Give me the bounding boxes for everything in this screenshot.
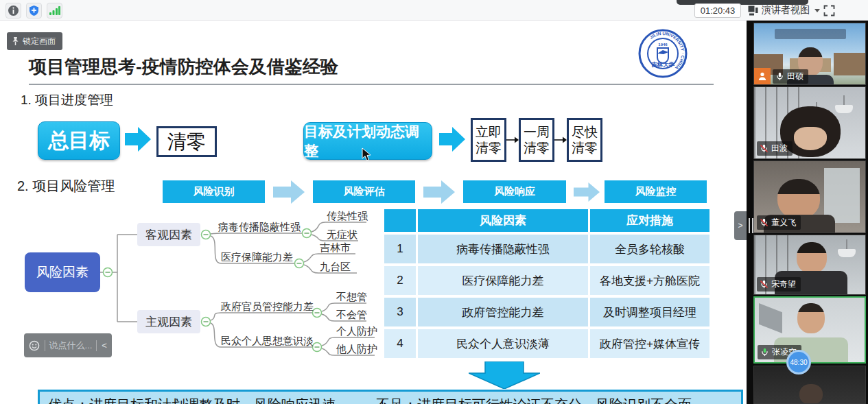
chevron-down-icon <box>814 9 820 12</box>
table-row: 1 病毒传播隐蔽性强 全员多轮核酸 <box>384 235 709 263</box>
video-tile-tianbo[interactable]: 田波 <box>753 86 866 159</box>
table-cell: 政府管控能力差 <box>418 298 588 326</box>
process-box: 风险识别 <box>163 180 265 203</box>
quick-chat-bar: 说点什么... < <box>24 333 112 357</box>
participant-name: 田硕 <box>787 71 804 82</box>
mic-active-icon <box>760 348 769 357</box>
mindmap-leaf: 不会管 <box>336 309 367 322</box>
security-button[interactable] <box>26 3 42 19</box>
participant-name-chip: 董义飞 <box>757 215 801 230</box>
video-tile-tianshuo[interactable]: 田硕 <box>753 23 866 85</box>
shield-plus-icon <box>28 5 40 16</box>
view-mode-selector[interactable]: 演讲者视图 <box>748 2 820 19</box>
fullscreen-icon <box>823 5 835 16</box>
table-cell: 2 <box>384 266 416 295</box>
table-cell: 1 <box>384 235 416 263</box>
emoji-button[interactable] <box>24 340 45 351</box>
mindmap-leaf: 传染性强 <box>327 210 368 223</box>
sidebar-drag-grip[interactable] <box>749 218 753 233</box>
mindmap-branch: 客观因素 <box>137 223 200 246</box>
mindmap-node: 政府官员管控能力差 <box>221 300 314 313</box>
shared-screen-slide: 项目管理思考-疫情防控体会及借鉴经验 JILIN UNIVERSITY · CH… <box>0 21 747 404</box>
process-box: 风险响应 <box>463 180 566 203</box>
chat-collapse-button[interactable]: < <box>97 340 112 350</box>
table-cell: 4 <box>384 329 416 358</box>
screen-share-badge <box>754 68 771 84</box>
mindmap-node: 民众个人思想意识淡 <box>221 335 314 348</box>
title-divider <box>29 84 714 85</box>
summary-box: 优点：进度目标和计划调整及时，风险响应迅速 不足：进度目标可行性论证不充分，风险… <box>38 390 743 404</box>
video-tile-zhanglingkong-active-speaker[interactable]: 张凌空 <box>753 296 866 364</box>
chevron-right-icon: > <box>738 221 742 230</box>
risk-table: 风险因素 应对措施 1 病毒传播隐蔽性强 全员多轮核酸 2 医疗保障能力差 各地… <box>384 209 709 361</box>
mic-muted-icon <box>760 280 769 289</box>
sidebar-collapse-handle[interactable]: > <box>734 211 747 240</box>
section2-heading: 2. 项目风险管理 <box>17 177 115 195</box>
network-quality-button[interactable] <box>47 3 62 19</box>
pin-icon <box>11 36 20 46</box>
table-cell: 医疗保障能力差 <box>418 266 588 295</box>
table-cell: 及时调整项目经理 <box>590 298 709 326</box>
flow-arrow-icon <box>439 127 465 152</box>
mic-on-icon <box>775 72 784 81</box>
step-line: 尽快 <box>572 124 598 140</box>
slide-title: 项目管理思考-疫情防控体会及借鉴经验 <box>29 55 338 79</box>
mindmap-leaf: 吉林市 <box>320 241 351 254</box>
background-banner <box>775 29 846 39</box>
table-cell: 政府管控+媒体宣传 <box>590 329 709 358</box>
mindmap-leaf: 九台区 <box>320 261 351 274</box>
participant-name-chip: 宋奇望 <box>757 277 801 292</box>
table-header-cell: 应对措施 <box>590 209 709 232</box>
small-arrow-icon <box>554 136 567 144</box>
goal-box: 总目标 <box>38 121 120 160</box>
table-cell: 民众个人意识淡薄 <box>418 329 588 358</box>
person-icon <box>758 71 767 81</box>
participant-face <box>799 384 823 404</box>
process-arrow-icon <box>574 180 600 204</box>
step-line: 立即 <box>476 124 502 140</box>
lock-view-button[interactable]: 锁定画面 <box>7 32 62 50</box>
participant-name-chip: 田波 <box>757 141 793 156</box>
participant-name-chip: 田硕 <box>773 69 808 84</box>
meeting-info-button[interactable] <box>5 3 21 19</box>
table-header-cell <box>384 209 416 232</box>
participant-face <box>797 242 827 274</box>
info-icon <box>8 5 19 16</box>
svg-text:吉林大学: 吉林大学 <box>650 61 675 68</box>
participant-name: 宋奇望 <box>771 278 796 290</box>
fullscreen-button[interactable] <box>823 5 835 16</box>
step-box: 立即 清零 <box>471 118 506 162</box>
video-tile-partial[interactable] <box>753 366 866 404</box>
summary-cons: 不足：进度目标可行性论证不充分，风险识别不全面 <box>376 396 692 404</box>
mindmap-leaf: 个人防护 <box>336 325 377 338</box>
step-line: 清零 <box>476 140 502 156</box>
meeting-window: 01:20:43 演讲者视图 项目管理思考-疫情防控体会及借鉴经验 JILIN … <box>0 0 868 404</box>
collapse-minus-icons <box>104 229 322 352</box>
step-line: 一周 <box>524 124 550 140</box>
mouse-cursor <box>362 147 372 162</box>
small-arrow-icon <box>506 136 519 144</box>
participant-name: 田波 <box>771 143 788 154</box>
step-line: 清零 <box>572 140 598 156</box>
result-box: 清零 <box>156 126 217 157</box>
view-mode-label: 演讲者视图 <box>762 4 810 16</box>
speaking-timer-badge: 48:30 <box>786 350 811 375</box>
background-lamp <box>838 249 856 257</box>
mindmap-leaf: 他人防护 <box>336 343 377 356</box>
table-cell: 病毒传播隐蔽性强 <box>418 235 588 263</box>
flow-arrow-icon <box>125 127 151 152</box>
participants-sidebar: 田硕 田波 <box>747 21 868 404</box>
table-row: 4 民众个人意识淡薄 政府管控+媒体宣传 <box>384 329 709 358</box>
lock-view-label: 锁定画面 <box>23 36 56 47</box>
chat-input[interactable]: 说点什么... <box>45 340 96 352</box>
big-down-arrow-icon <box>469 361 540 389</box>
mindmap-root: 风险因素 <box>25 252 100 292</box>
table-header-row: 风险因素 应对措施 <box>384 209 709 232</box>
smiley-icon <box>29 340 40 351</box>
step-box: 尽快 清零 <box>567 118 602 162</box>
meeting-topbar: 01:20:43 演讲者视图 <box>0 0 868 21</box>
participant-name: 董义飞 <box>771 217 796 228</box>
video-tile-dongyifei[interactable]: 董义飞 <box>753 161 866 233</box>
table-row: 3 政府管控能力差 及时调整项目经理 <box>384 298 709 326</box>
video-tile-songqiwang[interactable]: 宋奇望 <box>753 235 866 295</box>
